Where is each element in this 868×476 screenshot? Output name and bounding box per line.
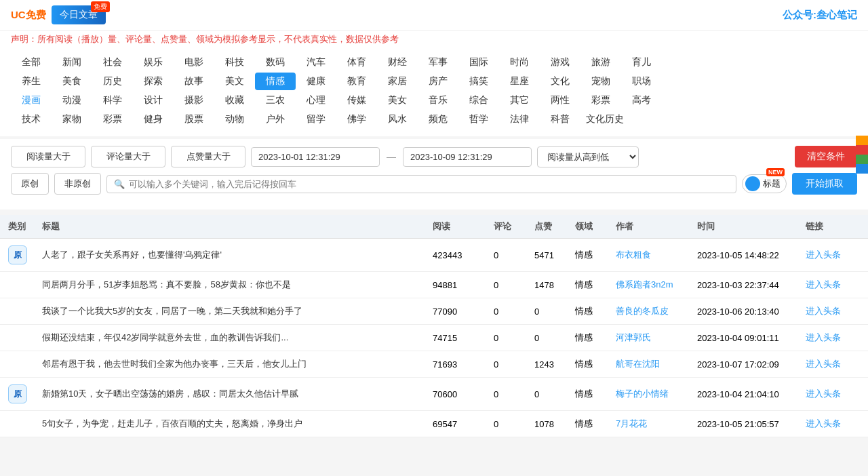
cat-huwai[interactable]: 户外: [255, 111, 296, 128]
keyword-input[interactable]: [129, 179, 729, 189]
sort-select[interactable]: 阅读量从高到低 阅读量从低到高 评论量从高到低 点赞量从高到低: [537, 146, 639, 167]
cat-shoucang[interactable]: 收藏: [214, 92, 255, 109]
cat-caipiao2[interactable]: 彩票: [92, 111, 133, 128]
cell-enter-link[interactable]: 进入头条: [806, 418, 860, 430]
cat-fengshui[interactable]: 风水: [377, 111, 418, 128]
cat-jiaoyu[interactable]: 教育: [336, 73, 377, 90]
original-button[interactable]: 原创: [11, 173, 49, 195]
cat-yule[interactable]: 娱乐: [133, 54, 174, 71]
cell-author[interactable]: 航哥在沈阳: [616, 358, 697, 370]
cat-liangxing[interactable]: 两性: [540, 92, 580, 109]
cat-caijing[interactable]: 财经: [377, 54, 418, 71]
cat-wenhua-lishi[interactable]: 文化历史: [580, 111, 629, 128]
cat-shuma[interactable]: 数码: [255, 54, 296, 71]
clear-button[interactable]: 清空条件: [795, 146, 857, 167]
cell-enter-link[interactable]: 进入头条: [806, 332, 860, 344]
cat-sheying[interactable]: 摄影: [174, 92, 214, 109]
cell-enter-link[interactable]: 进入头条: [806, 249, 860, 261]
cat-shehui[interactable]: 社会: [92, 54, 133, 71]
cat-kepu[interactable]: 科普: [540, 111, 580, 128]
cat-manhua[interactable]: 漫画: [11, 92, 52, 109]
cat-gupiao[interactable]: 股票: [174, 111, 214, 128]
not-original-button[interactable]: 非原创: [54, 173, 101, 195]
cat-xinwen[interactable]: 新闻: [52, 54, 92, 71]
cat-pingwei[interactable]: 频危: [418, 111, 458, 128]
cat-xingzuo[interactable]: 星座: [499, 73, 540, 90]
cat-jiawu[interactable]: 家物: [52, 111, 92, 128]
read-gt-filter[interactable]: 阅读量大于: [11, 146, 85, 167]
cat-junshi[interactable]: 军事: [418, 54, 458, 71]
col-title: 标题: [42, 220, 433, 233]
date-start-input[interactable]: [251, 147, 380, 167]
cat-lishi[interactable]: 历史: [92, 73, 133, 90]
cat-jianshen[interactable]: 健身: [133, 111, 174, 128]
cat-liuxue[interactable]: 留学: [296, 111, 336, 128]
cell-enter-link[interactable]: 进入头条: [806, 388, 860, 400]
cat-yinyue[interactable]: 音乐: [418, 92, 458, 109]
cat-chongwu[interactable]: 宠物: [580, 73, 621, 90]
cat-jiankang[interactable]: 健康: [296, 73, 336, 90]
table-body: 原 人老了，跟子女关系再好，也要懂得'乌鸦定律' 423443 0 5471 情…: [0, 239, 868, 437]
cat-tiyu[interactable]: 体育: [336, 54, 377, 71]
cat-lvyou[interactable]: 旅游: [580, 54, 621, 71]
cat-gushi[interactable]: 故事: [174, 73, 214, 90]
cat-yuer[interactable]: 育儿: [621, 54, 662, 71]
cat-yangsheng[interactable]: 养生: [11, 73, 52, 90]
cat-youxi[interactable]: 游戏: [540, 54, 580, 71]
cat-sannong[interactable]: 三农: [255, 92, 296, 109]
cat-qiche[interactable]: 汽车: [296, 54, 336, 71]
cat-meinv[interactable]: 美女: [377, 92, 418, 109]
cat-gaoxiao[interactable]: 搞笑: [458, 73, 499, 90]
sidebar-strip-feedback[interactable]: 反馈: [856, 136, 868, 145]
cell-author[interactable]: 梅子的小情绪: [616, 388, 697, 400]
cat-jiaju[interactable]: 家居: [377, 73, 418, 90]
cat-gaokao[interactable]: 高考: [621, 92, 662, 109]
cat-dongwu[interactable]: 动物: [214, 111, 255, 128]
cat-guoji[interactable]: 国际: [458, 54, 499, 71]
toggle-wrap[interactable]: 标题 NEW: [742, 174, 787, 193]
cat-quanbu[interactable]: 全部: [11, 54, 52, 71]
cat-qita[interactable]: 其它: [499, 92, 540, 109]
cat-dianying[interactable]: 电影: [174, 54, 214, 71]
cat-qinggan[interactable]: 情感: [255, 73, 296, 90]
cat-fangchan[interactable]: 房产: [418, 73, 458, 90]
cat-zhichang[interactable]: 职场: [621, 73, 662, 90]
cell-author[interactable]: 布衣粗食: [616, 249, 697, 261]
cell-enter-link[interactable]: 进入头条: [806, 358, 860, 370]
cell-author[interactable]: 善良的冬瓜皮: [616, 305, 697, 317]
cat-zonghe[interactable]: 综合: [458, 92, 499, 109]
cat-falv[interactable]: 法律: [499, 111, 540, 128]
today-article-button[interactable]: 今日文章 免费: [52, 5, 106, 24]
cat-tansuo[interactable]: 探索: [133, 73, 174, 90]
cat-dongman[interactable]: 动漫: [52, 92, 92, 109]
cat-sheji[interactable]: 设计: [133, 92, 174, 109]
cat-zhexue[interactable]: 哲学: [458, 111, 499, 128]
cell-author[interactable]: 7月花花: [616, 418, 697, 430]
sidebar-strip-top[interactable]: 回顶: [856, 164, 868, 174]
comment-gt-filter[interactable]: 评论量大于: [91, 146, 165, 167]
cat-xinli[interactable]: 心理: [296, 92, 336, 109]
col-read: 阅读: [433, 220, 494, 233]
date-end-input[interactable]: [403, 147, 532, 167]
cat-shishang[interactable]: 时尚: [499, 54, 540, 71]
sidebar-strip-share[interactable]: 分享: [856, 155, 868, 164]
cat-caipiao[interactable]: 彩票: [580, 92, 621, 109]
cell-enter-link[interactable]: 进入头条: [806, 305, 860, 317]
cat-meishi[interactable]: 美食: [52, 73, 92, 90]
cat-wenhua[interactable]: 文化: [540, 73, 580, 90]
like-gt-filter[interactable]: 点赞量大于: [171, 146, 245, 167]
cell-author[interactable]: 佛系跑者3n2m: [616, 279, 697, 291]
cat-jishu[interactable]: 技术: [11, 111, 52, 128]
cell-enter-link[interactable]: 进入头条: [806, 279, 860, 291]
cat-foxue[interactable]: 佛学: [336, 111, 377, 128]
cat-keji[interactable]: 科技: [214, 54, 255, 71]
category-row-3: 漫画 动漫 科学 设计 摄影 收藏 三农 心理 传媒 美女 音乐 综合 其它 两…: [11, 92, 857, 109]
cell-author[interactable]: 河津郭氏: [616, 332, 697, 344]
cat-kexue[interactable]: 科学: [92, 92, 133, 109]
start-button[interactable]: 开始抓取: [792, 173, 857, 195]
cat-meiwen[interactable]: 美文: [214, 73, 255, 90]
cell-title: 假期还没结束，年仅42岁同学就意外去世，血的教训告诉我们...: [42, 332, 433, 344]
cat-chuanmei[interactable]: 传媒: [336, 92, 377, 109]
cell-domain: 情感: [575, 388, 616, 400]
sidebar-strip-collect[interactable]: 收藏: [856, 145, 868, 155]
